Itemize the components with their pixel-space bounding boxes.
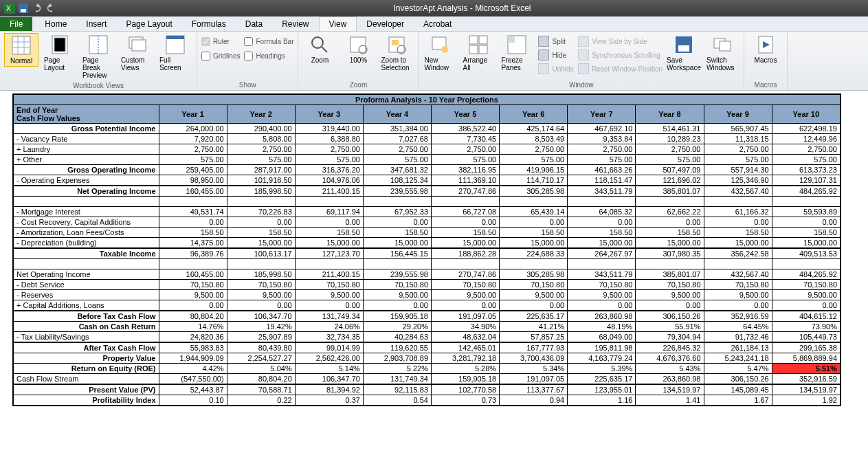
- cell[interactable]: 575.00: [704, 155, 772, 165]
- cell[interactable]: 2,750.00: [704, 144, 772, 155]
- cell[interactable]: 100,613.17: [227, 248, 295, 259]
- cell[interactable]: 125,346.90: [704, 175, 772, 186]
- tab-developer[interactable]: Developer: [357, 17, 414, 31]
- cell[interactable]: 7,730.45: [432, 134, 500, 144]
- cell[interactable]: 113,377.67: [500, 384, 568, 395]
- side-by-side-button[interactable]: View Side by Side: [578, 36, 663, 47]
- cell[interactable]: 0.00: [295, 300, 363, 311]
- cell[interactable]: 270,747.86: [432, 269, 500, 280]
- cell[interactable]: 80,804.20: [159, 311, 227, 322]
- cell[interactable]: 67,952.33: [363, 207, 431, 217]
- table-row[interactable]: Profitability Index0.100.220.370.540.730…: [13, 395, 841, 406]
- cell[interactable]: 134,519.97: [636, 384, 704, 395]
- cell[interactable]: (547,550.00): [159, 374, 227, 385]
- cell[interactable]: 3,700,436.09: [500, 353, 568, 364]
- cell[interactable]: 0.54: [363, 395, 431, 406]
- cell[interactable]: 40,284.63: [363, 332, 431, 343]
- cell[interactable]: 2,562,426.00: [295, 353, 363, 364]
- zoom-button[interactable]: Zoom: [302, 33, 337, 65]
- cell[interactable]: 70,150.80: [568, 280, 636, 290]
- cell[interactable]: 160,455.00: [159, 186, 227, 197]
- cell[interactable]: 48.19%: [568, 322, 636, 332]
- cell[interactable]: 5.14%: [295, 364, 363, 374]
- cell[interactable]: 52,443.87: [159, 384, 227, 395]
- new-window-button[interactable]: New Window: [423, 33, 457, 73]
- formula-bar-checkbox[interactable]: Formula Bar: [244, 37, 293, 46]
- cell[interactable]: 467,692.10: [568, 124, 636, 134]
- cell[interactable]: 432,567.40: [704, 269, 772, 280]
- cell[interactable]: 0.00: [363, 300, 431, 311]
- cell[interactable]: 5.34%: [500, 364, 568, 374]
- cell[interactable]: 239,555.98: [363, 269, 431, 280]
- cell[interactable]: 0.00: [432, 217, 500, 228]
- cell[interactable]: 0.00: [636, 300, 704, 311]
- cell[interactable]: 622,498.19: [772, 124, 841, 134]
- cell[interactable]: 0.73: [432, 395, 500, 406]
- cell[interactable]: 158.50: [227, 228, 295, 238]
- save-icon[interactable]: [18, 3, 29, 14]
- table-row[interactable]: Before Tax Cash Flow80,804.20106,347.701…: [13, 311, 841, 322]
- cell[interactable]: 0.00: [227, 217, 295, 228]
- cell[interactable]: 101,918.50: [227, 175, 295, 186]
- cell[interactable]: 514,461.31: [636, 124, 704, 134]
- cell[interactable]: 156,445.15: [363, 248, 431, 259]
- cell[interactable]: 347,681.32: [363, 165, 431, 175]
- cell[interactable]: 92,115.83: [363, 384, 431, 395]
- cell[interactable]: 70,150.80: [159, 280, 227, 290]
- ruler-checkbox[interactable]: Ruler: [201, 37, 240, 46]
- cell[interactable]: 127,123.70: [295, 248, 363, 259]
- custom-views-button[interactable]: Custom Views: [120, 33, 154, 73]
- tab-formulas[interactable]: Formulas: [182, 17, 236, 31]
- cell[interactable]: 1.16: [568, 395, 636, 406]
- cell[interactable]: 2,750.00: [772, 144, 841, 155]
- cell[interactable]: 145,089.45: [704, 384, 772, 395]
- zoom-100-button[interactable]: 100%: [341, 33, 375, 65]
- tab-page-layout[interactable]: Page Layout: [116, 17, 181, 31]
- cell[interactable]: 9,500.00: [500, 290, 568, 300]
- cell[interactable]: 5.43%: [636, 364, 704, 374]
- cell[interactable]: 0.00: [500, 300, 568, 311]
- cell[interactable]: 104,976.06: [295, 175, 363, 186]
- cell[interactable]: 98,950.00: [159, 175, 227, 186]
- proforma-table[interactable]: Proforma Analysis - 10 Year Projections …: [12, 93, 841, 406]
- table-row[interactable]: After Tax Cash Flow55,983.8380,439.8099,…: [13, 342, 841, 353]
- cell[interactable]: 158.50: [772, 228, 841, 238]
- cell[interactable]: 65,439.14: [500, 207, 568, 217]
- cell[interactable]: 134,519.97: [772, 384, 841, 395]
- cell[interactable]: 351,384.00: [363, 124, 431, 134]
- cell[interactable]: 191,097.05: [500, 374, 568, 385]
- reset-pos-button[interactable]: Reset Window Position: [578, 63, 663, 74]
- cell[interactable]: 8,503.49: [500, 134, 568, 144]
- cell[interactable]: 9,500.00: [363, 290, 431, 300]
- tab-review[interactable]: Review: [272, 17, 318, 31]
- cell[interactable]: 79,304.94: [636, 332, 704, 343]
- cell[interactable]: 70,226.83: [227, 207, 295, 217]
- cell[interactable]: 55.91%: [636, 322, 704, 332]
- cell[interactable]: 305,285.98: [500, 269, 568, 280]
- redo-icon[interactable]: [45, 3, 56, 14]
- cell[interactable]: 70,588.71: [227, 384, 295, 395]
- cell[interactable]: 158.50: [432, 228, 500, 238]
- cell[interactable]: 290,400.00: [227, 124, 295, 134]
- cell[interactable]: 185,998.50: [227, 269, 295, 280]
- cell[interactable]: 80,439.80: [227, 342, 295, 353]
- table-row[interactable]: Gross Potential Income264,000.00290,400.…: [13, 124, 841, 134]
- cell[interactable]: 3,281,792.18: [432, 353, 500, 364]
- cell[interactable]: 5,808.00: [227, 134, 295, 144]
- cell[interactable]: 59,593.89: [772, 207, 841, 217]
- cell[interactable]: 158.50: [568, 228, 636, 238]
- cell[interactable]: 0.00: [227, 300, 295, 311]
- cell[interactable]: 185,998.50: [227, 186, 295, 197]
- cell[interactable]: 9,500.00: [159, 290, 227, 300]
- cell[interactable]: 73.90%: [772, 322, 841, 332]
- cell[interactable]: 2,750.00: [363, 144, 431, 155]
- cell[interactable]: 12,449.96: [772, 134, 841, 144]
- cell[interactable]: 15,000.00: [568, 238, 636, 249]
- cell[interactable]: 9,500.00: [636, 290, 704, 300]
- cell[interactable]: 106,347.70: [227, 311, 295, 322]
- cell[interactable]: 108,125.34: [363, 175, 431, 186]
- table-row[interactable]: Property Value1,944,909.092,254,527.272,…: [13, 353, 841, 364]
- cell[interactable]: 0.00: [568, 300, 636, 311]
- cell[interactable]: 15,000.00: [432, 238, 500, 249]
- cell[interactable]: 484,265.92: [772, 269, 841, 280]
